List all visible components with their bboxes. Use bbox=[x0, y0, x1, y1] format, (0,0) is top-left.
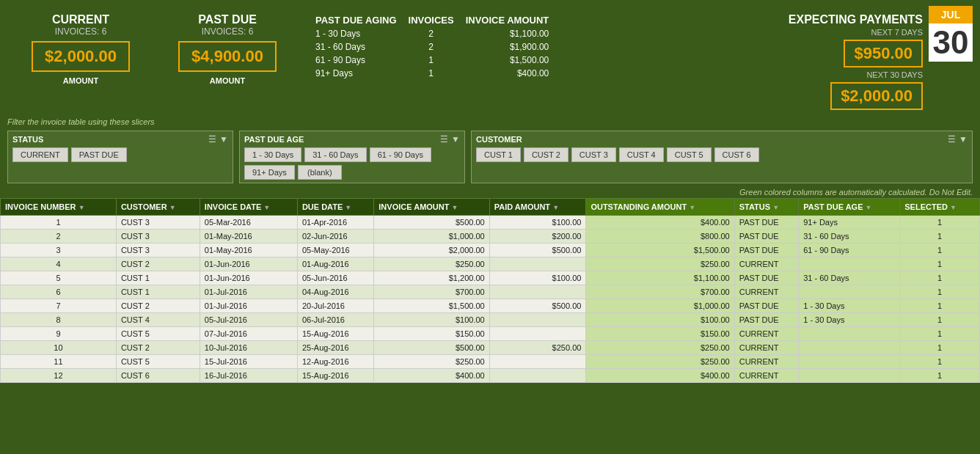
customer-sort-icon[interactable]: ☰ bbox=[948, 134, 956, 144]
cell-paid_amount: $200.00 bbox=[489, 230, 586, 244]
cell-invoice_date: 01-May-2016 bbox=[200, 230, 297, 244]
cell-due_date: 02-Jun-2016 bbox=[297, 230, 373, 244]
col-header-selected[interactable]: SELECTED ▼ bbox=[900, 199, 980, 216]
cell-outstanding_amount: $400.00 bbox=[586, 216, 734, 230]
customer-slicer-buttons: CUST 1CUST 2CUST 3CUST 4CUST 5CUST 6 bbox=[476, 147, 968, 162]
cell-selected: 1 bbox=[900, 216, 980, 230]
filter-hint: Filter the invoice table using these sli… bbox=[0, 116, 980, 129]
cell-due_date: 06-Jul-2016 bbox=[297, 313, 373, 327]
pastdue-age-slicer-btn[interactable]: 1 - 30 Days bbox=[244, 147, 301, 162]
pastdue-clear-icon[interactable]: ▼ bbox=[451, 134, 460, 144]
col-header-customer[interactable]: CUSTOMER ▼ bbox=[116, 199, 200, 216]
cell-paid_amount: $500.00 bbox=[489, 299, 586, 313]
customer-slicer: CUSTOMER ☰ ▼ CUST 1CUST 2CUST 3CUST 4CUS… bbox=[471, 131, 973, 183]
main-container: CURRENT INVOICES: 6 $2,000.00 AMOUNT PAS… bbox=[0, 0, 980, 383]
aging-row: 91+ Days 1 $400.00 bbox=[315, 67, 560, 80]
filter-sort-icon[interactable]: ☰ bbox=[208, 134, 216, 144]
table-row: 4CUST 201-Jun-201601-Aug-2016$250.00$250… bbox=[1, 257, 980, 271]
current-label: CURRENT bbox=[7, 13, 154, 26]
cell-invoice_number: 1 bbox=[1, 216, 117, 230]
cell-invoice_date: 07-Jul-2016 bbox=[200, 327, 297, 341]
pastdue-age-slicer-btn[interactable]: 31 - 60 Days bbox=[304, 147, 366, 162]
expecting-text: EXPECTING PAYMENTS NEXT 7 DAYS $950.00 N… bbox=[789, 6, 929, 113]
cell-status: PAST DUE bbox=[734, 216, 799, 230]
cell-invoice_amount: $250.00 bbox=[374, 257, 489, 271]
col-header-status[interactable]: STATUS ▼ bbox=[734, 199, 799, 216]
table-row: 7CUST 201-Jul-201620-Jul-2016$1,500.00$5… bbox=[1, 299, 980, 313]
customer-slicer-btn[interactable]: CUST 1 bbox=[476, 147, 521, 162]
cell-customer: CUST 4 bbox=[116, 313, 200, 327]
col-header-paid_amount[interactable]: PAID AMOUNT ▼ bbox=[489, 199, 586, 216]
customer-clear-icon[interactable]: ▼ bbox=[959, 134, 968, 144]
cell-customer: CUST 2 bbox=[116, 341, 200, 355]
pastdue-age-slicer: PAST DUE AGE ☰ ▼ 1 - 30 Days31 - 60 Days… bbox=[239, 131, 465, 183]
col-header-outstanding_amount[interactable]: OUTSTANDING AMOUNT ▼ bbox=[586, 199, 734, 216]
next30-label: NEXT 30 DAYS bbox=[789, 70, 923, 79]
status-slicer-btn[interactable]: CURRENT bbox=[12, 147, 68, 162]
status-slicer-btn[interactable]: PAST DUE bbox=[71, 147, 127, 162]
cell-invoice_amount: $1,000.00 bbox=[374, 230, 489, 244]
cell-outstanding_amount: $700.00 bbox=[586, 285, 734, 299]
aging-age: 91+ Days bbox=[315, 67, 409, 80]
cell-due_date: 25-Aug-2016 bbox=[297, 341, 373, 355]
cell-customer: CUST 5 bbox=[116, 327, 200, 341]
customer-slicer-btn[interactable]: CUST 2 bbox=[524, 147, 568, 162]
calendar-day: 30 bbox=[929, 23, 973, 62]
pastdue-age-slicer-header: PAST DUE AGE ☰ ▼ bbox=[244, 134, 460, 147]
cell-invoice_amount: $2,000.00 bbox=[374, 244, 489, 257]
customer-slicer-header: CUSTOMER ☰ ▼ bbox=[476, 134, 968, 147]
data-table: INVOICE NUMBER ▼CUSTOMER ▼INVOICE DATE ▼… bbox=[0, 198, 980, 383]
cell-status: PAST DUE bbox=[734, 313, 799, 327]
col-header-invoice_amount[interactable]: INVOICE AMOUNT ▼ bbox=[374, 199, 489, 216]
cell-past_due_age: 91+ Days bbox=[799, 216, 900, 230]
customer-slicer-btn[interactable]: CUST 5 bbox=[667, 147, 712, 162]
table-row: 10CUST 210-Jul-201625-Aug-2016$500.00$25… bbox=[1, 341, 980, 355]
cell-invoice_amount: $1,200.00 bbox=[374, 271, 489, 285]
current-amount-box: $2,000.00 bbox=[32, 41, 130, 72]
cell-past_due_age bbox=[799, 355, 900, 369]
cell-outstanding_amount: $1,100.00 bbox=[586, 271, 734, 285]
filter-clear-icon[interactable]: ▼ bbox=[219, 134, 228, 144]
cell-outstanding_amount: $250.00 bbox=[586, 355, 734, 369]
cell-invoice_number: 8 bbox=[1, 313, 117, 327]
cell-due_date: 05-Jun-2016 bbox=[297, 271, 373, 285]
aging-age: 61 - 90 Days bbox=[315, 54, 409, 67]
cell-invoice_number: 7 bbox=[1, 299, 117, 313]
col-header-past_due_age[interactable]: PAST DUE AGE ▼ bbox=[799, 199, 900, 216]
aging-row: 61 - 90 Days 1 $1,500.00 bbox=[315, 54, 560, 67]
cell-paid_amount: $100.00 bbox=[489, 271, 586, 285]
cell-customer: CUST 3 bbox=[116, 244, 200, 257]
table-row: 9CUST 507-Jul-201615-Aug-2016$150.00$150… bbox=[1, 327, 980, 341]
status-slicer-icons: ☰ ▼ bbox=[208, 134, 228, 144]
customer-slicer-btn[interactable]: CUST 3 bbox=[571, 147, 616, 162]
cell-status: CURRENT bbox=[734, 285, 799, 299]
cell-paid_amount bbox=[489, 285, 586, 299]
pastdue-age-slicer-btn[interactable]: 91+ Days bbox=[244, 165, 295, 180]
cell-selected: 1 bbox=[900, 369, 980, 383]
col-header-due_date[interactable]: DUE DATE ▼ bbox=[297, 199, 373, 216]
col-header-invoice_date[interactable]: INVOICE DATE ▼ bbox=[200, 199, 297, 216]
cell-outstanding_amount: $1,500.00 bbox=[586, 244, 734, 257]
cell-selected: 1 bbox=[900, 285, 980, 299]
aging-table-block: PAST DUE AGING INVOICES INVOICE AMOUNT 1… bbox=[301, 6, 560, 80]
customer-slicer-btn[interactable]: CUST 6 bbox=[714, 147, 759, 162]
cell-invoice_number: 10 bbox=[1, 341, 117, 355]
pastdue-age-slicer-btn[interactable]: (blank) bbox=[298, 165, 342, 180]
pastdue-sort-icon[interactable]: ☰ bbox=[440, 134, 448, 144]
cell-outstanding_amount: $150.00 bbox=[586, 327, 734, 341]
cell-paid_amount bbox=[489, 355, 586, 369]
cell-status: CURRENT bbox=[734, 369, 799, 383]
cell-selected: 1 bbox=[900, 230, 980, 244]
cell-status: PAST DUE bbox=[734, 244, 799, 257]
next7-label: NEXT 7 DAYS bbox=[789, 28, 923, 37]
cell-invoice_date: 05-Jul-2016 bbox=[200, 313, 297, 327]
cell-customer: CUST 2 bbox=[116, 257, 200, 271]
cell-invoice_date: 01-Jul-2016 bbox=[200, 285, 297, 299]
customer-slicer-btn[interactable]: CUST 4 bbox=[619, 147, 664, 162]
col-header-invoice_number[interactable]: INVOICE NUMBER ▼ bbox=[1, 199, 117, 216]
pastdue-age-slicer-btn[interactable]: 61 - 90 Days bbox=[370, 147, 431, 162]
aging-row: 1 - 30 Days 2 $1,100.00 bbox=[315, 27, 560, 40]
status-slicer-buttons: CURRENTPAST DUE bbox=[12, 147, 228, 162]
past-due-amount: $4,900.00 bbox=[191, 47, 263, 66]
cell-selected: 1 bbox=[900, 327, 980, 341]
